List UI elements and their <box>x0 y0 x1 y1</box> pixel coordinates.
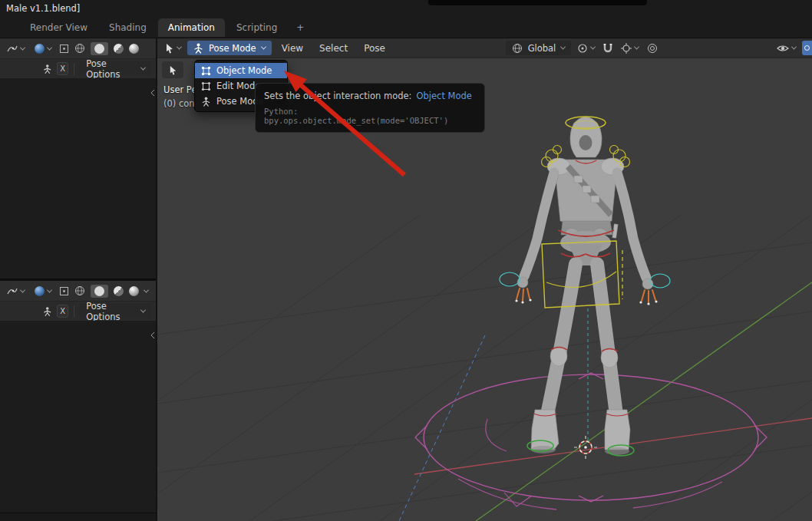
separator <box>74 63 74 75</box>
left-panel-bottom: X Pose Options <box>0 281 156 513</box>
main-area: X Pose Options <box>0 38 812 521</box>
pose-figure-icon <box>43 306 52 317</box>
pivot-icon <box>577 43 588 54</box>
collapse-left-icon[interactable] <box>150 331 155 339</box>
view-menu[interactable]: View <box>276 41 309 56</box>
editor-type-dropdown[interactable] <box>5 42 27 54</box>
orientation-label: Global <box>528 43 556 54</box>
left-panel-top-content[interactable] <box>0 78 156 279</box>
left-panel-top-header <box>0 38 156 58</box>
tab-scripting[interactable]: Scripting <box>226 18 287 37</box>
material-shading-icon[interactable] <box>114 286 124 296</box>
view-name-text: User Pe <box>163 83 196 97</box>
menu-item-object-mode[interactable]: Object Mode <box>195 63 287 78</box>
snap-target-dropdown[interactable] <box>619 41 641 55</box>
clear-button[interactable]: X <box>57 305 68 318</box>
shading-sphere-icon <box>35 286 45 296</box>
mode-dropdown-button[interactable]: Pose Mode <box>187 41 272 55</box>
overlays-icon <box>804 45 810 51</box>
orientation-globe-icon <box>512 43 523 54</box>
rendered-shading-icon[interactable] <box>129 286 139 296</box>
blender-window: Male v1.1.blend] Render View Shading Ani… <box>0 0 812 521</box>
chevron-down-icon <box>791 45 797 50</box>
bottom-editor-strip[interactable] <box>0 513 156 521</box>
wireframe-shading-icon[interactable] <box>74 285 85 296</box>
cursor-tool-icon <box>169 65 177 75</box>
select-menu[interactable]: Select <box>313 41 354 56</box>
chevron-down-icon <box>560 45 566 50</box>
floor-grid <box>157 215 812 521</box>
pose-options-label: Pose Options <box>86 58 136 80</box>
pivot-point-dropdown[interactable] <box>575 41 597 55</box>
proportional-editing-dropdown[interactable] <box>645 41 660 55</box>
pose-options-dropdown[interactable]: Pose Options <box>80 304 151 318</box>
workspace-tabs: Render View Shading Animation Scripting … <box>0 17 812 38</box>
menu-item-label: Edit Mode <box>216 81 260 91</box>
gizmo-box-icon[interactable] <box>59 44 69 54</box>
clear-button[interactable]: X <box>57 62 68 75</box>
chevron-down-icon <box>261 45 266 50</box>
pose-figure-icon <box>43 64 52 74</box>
toolbar-tweak-tool-button[interactable] <box>162 61 183 78</box>
chevron-down-icon <box>20 287 25 292</box>
tab-shading[interactable]: Shading <box>99 18 157 37</box>
shading-mode-dropdown[interactable] <box>32 42 54 55</box>
viewport-canvas[interactable]: User Pe (0) con Object Mode Edit Mode <box>157 58 812 521</box>
chevron-down-icon <box>20 45 25 50</box>
pose-options-label: Pose Options <box>86 301 136 322</box>
chevron-down-icon <box>47 287 52 292</box>
collapse-left-icon[interactable] <box>150 89 155 97</box>
transform-orientation-dropdown[interactable]: Global <box>506 41 572 55</box>
tab-animation[interactable]: Animation <box>158 18 225 37</box>
pose-mode-icon <box>201 97 211 107</box>
tab-render-view[interactable]: Render View <box>20 18 97 37</box>
active-tool-dropdown[interactable] <box>163 41 183 55</box>
chevron-down-icon <box>590 45 596 50</box>
overlays-toggle[interactable] <box>802 41 812 55</box>
finger-controls <box>517 289 655 302</box>
magnet-icon <box>603 43 612 54</box>
proportional-editing-icon <box>647 43 658 54</box>
wireframe-shading-icon[interactable] <box>74 43 85 54</box>
visibility-dropdown[interactable] <box>774 42 798 54</box>
leg-right <box>597 264 616 414</box>
graph-editor-icon <box>7 286 18 295</box>
chevron-down-icon <box>144 287 149 292</box>
edit-mode-icon <box>201 81 211 91</box>
left-panel-bottom-toolbar: X Pose Options <box>0 301 156 321</box>
pose-options-dropdown[interactable]: Pose Options <box>80 61 151 76</box>
gizmo-box-icon[interactable] <box>59 286 69 296</box>
solid-shading-icon <box>94 44 104 54</box>
editor-type-dropdown[interactable] <box>5 285 27 297</box>
left-panel-bottom-header <box>0 281 156 301</box>
left-panel-top-toolbar: X Pose Options <box>0 58 156 78</box>
tooltip-value: Object Mode <box>417 91 472 101</box>
shading-mode-dropdown[interactable] <box>32 285 54 298</box>
tooltip-python: Python: bpy.ops.object.mode_set(mode='OB… <box>264 107 476 125</box>
solid-shading-button[interactable] <box>91 42 108 55</box>
viewport-info-overlay: User Pe (0) con <box>163 83 196 110</box>
separator <box>74 305 74 318</box>
left-panel-bottom-content[interactable] <box>0 321 156 513</box>
window-title: Male v1.1.blend] <box>6 3 80 14</box>
rendered-shading-icon[interactable] <box>129 44 139 54</box>
cursor-3d <box>574 436 597 459</box>
pose-menu[interactable]: Pose <box>358 41 391 56</box>
chevron-down-icon <box>47 45 52 50</box>
left-panel-top: X Pose Options <box>0 38 156 279</box>
snap-toggle[interactable] <box>601 41 615 55</box>
root-bone-control <box>415 373 767 509</box>
solid-shading-icon <box>94 286 104 296</box>
title-bar: Male v1.1.blend] <box>0 0 812 17</box>
viewport-3d: Pose Mode View Select Pose Global <box>157 38 812 521</box>
add-workspace-button[interactable]: + <box>289 19 312 36</box>
eye-icon <box>777 44 789 53</box>
material-shading-icon[interactable] <box>114 44 124 54</box>
snap-target-icon <box>621 43 632 54</box>
menu-item-label: Object Mode <box>216 65 272 76</box>
cursor-tool-icon <box>165 43 174 54</box>
object-mode-icon <box>201 66 211 76</box>
solid-shading-button[interactable] <box>91 285 108 298</box>
arm-right <box>617 173 646 278</box>
viewport-header: Pose Mode View Select Pose Global <box>157 38 812 58</box>
